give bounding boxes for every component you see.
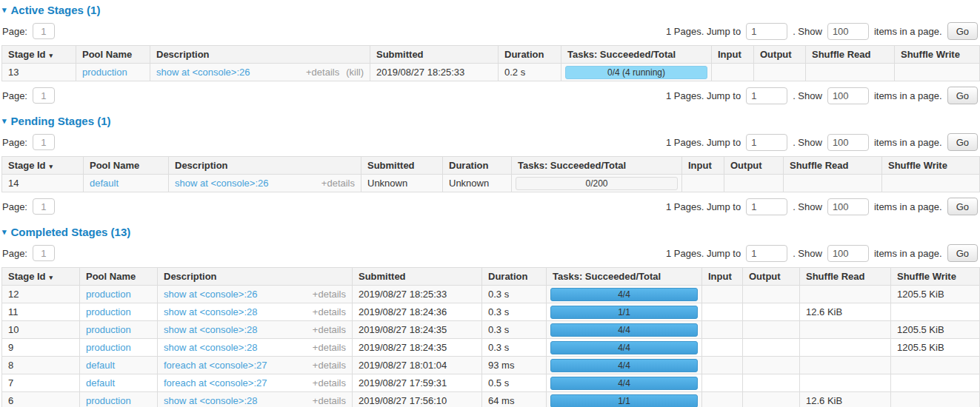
column-header-duration[interactable]: Duration <box>443 157 512 175</box>
column-header-submitted[interactable]: Submitted <box>353 268 482 286</box>
pagination-bar: Page:1 Pages. Jump to. Showitems in a pa… <box>1 198 979 215</box>
column-header-shuffle-write[interactable]: Shuffle Write <box>882 157 980 175</box>
description-wrap: show at <console>:26+details <box>164 289 346 300</box>
items-per-page-input[interactable] <box>827 134 869 151</box>
submitted-cell: Unknown <box>361 175 443 192</box>
column-header-shuffle-read[interactable]: Shuffle Read <box>800 268 891 286</box>
details-toggle[interactable]: +details <box>313 377 346 388</box>
table-row: 7defaultforeach at <console>:27+details2… <box>2 374 980 392</box>
page-number-input[interactable] <box>33 245 55 261</box>
page-number-input[interactable] <box>33 87 55 104</box>
column-header-pool-name[interactable]: Pool Name <box>84 157 169 175</box>
details-toggle[interactable]: +details <box>313 306 346 317</box>
column-header-tasks-succeeded-total[interactable]: Tasks: Succeeded/Total <box>561 46 712 64</box>
column-header-description[interactable]: Description <box>150 46 370 64</box>
jump-to-page-input[interactable] <box>746 87 787 104</box>
jump-to-page-input[interactable] <box>746 134 787 151</box>
column-header-input[interactable]: Input <box>682 157 724 175</box>
task-progress-bar: 1/1 <box>550 306 698 319</box>
details-toggle[interactable]: +details <box>306 67 339 78</box>
page-number-input[interactable] <box>33 134 55 150</box>
column-header-output[interactable]: Output <box>724 157 784 175</box>
column-header-duration[interactable]: Duration <box>499 46 561 64</box>
details-toggle[interactable]: +details <box>321 178 355 189</box>
pool-name-link[interactable]: production <box>86 289 131 300</box>
pool-name-link[interactable]: production <box>86 306 131 317</box>
page-number-input[interactable] <box>33 23 55 39</box>
pool-name-link[interactable]: default <box>86 360 115 371</box>
jump-to-page-input[interactable] <box>746 198 787 215</box>
stage-description-link[interactable]: show at <console>:28 <box>164 395 257 406</box>
show-label: . Show <box>793 90 822 101</box>
column-header-pool-name[interactable]: Pool Name <box>80 268 158 286</box>
stage-description-link[interactable]: show at <console>:26 <box>156 67 250 78</box>
column-header-submitted[interactable]: Submitted <box>370 46 499 64</box>
go-button[interactable]: Go <box>947 244 978 262</box>
column-header-output[interactable]: Output <box>743 268 800 286</box>
column-header-shuffle-write[interactable]: Shuffle Write <box>895 46 980 64</box>
pager-controls: 1 Pages. Jump to. Showitems in a page.Go <box>666 244 979 262</box>
go-button[interactable]: Go <box>947 198 978 215</box>
pool-name-link[interactable]: default <box>86 377 115 388</box>
stage-description-link[interactable]: show at <console>:28 <box>164 324 257 335</box>
stage-description-link[interactable]: show at <console>:26 <box>164 289 257 300</box>
items-per-page-input[interactable] <box>827 245 869 262</box>
column-header-pool-name[interactable]: Pool Name <box>76 46 150 64</box>
pool-name-link[interactable]: default <box>90 178 119 189</box>
column-header-tasks-succeeded-total[interactable]: Tasks: Succeeded/Total <box>512 157 682 175</box>
column-header-input[interactable]: Input <box>702 268 743 286</box>
pool-name-link[interactable]: production <box>86 342 131 353</box>
pool-name-link[interactable]: production <box>82 67 127 78</box>
pagination-bar: Page:1 Pages. Jump to. Showitems in a pa… <box>1 244 979 262</box>
stage-description-link[interactable]: show at <console>:26 <box>175 178 268 189</box>
column-header-shuffle-read[interactable]: Shuffle Read <box>806 46 895 64</box>
details-toggle[interactable]: +details <box>313 360 346 371</box>
input-cell <box>702 339 743 357</box>
go-button[interactable]: Go <box>947 87 978 104</box>
stage-description-link[interactable]: foreach at <console>:27 <box>164 377 267 388</box>
pool-name-link[interactable]: production <box>86 395 131 406</box>
column-header-submitted[interactable]: Submitted <box>361 157 443 175</box>
column-header-tasks-succeeded-total[interactable]: Tasks: Succeeded/Total <box>547 268 702 286</box>
items-per-page-input[interactable] <box>827 23 869 40</box>
details-toggle[interactable]: +details <box>313 289 346 300</box>
details-toggle[interactable]: +details <box>313 324 346 335</box>
section-toggle-active-stages[interactable]: ▾ Active Stages (1) <box>2 4 979 16</box>
section-toggle-pending-stages[interactable]: ▾ Pending Stages (1) <box>2 115 979 127</box>
column-header-label: Tasks: Succeeded/Total <box>518 160 626 171</box>
column-header-description[interactable]: Description <box>169 157 361 175</box>
column-header-output[interactable]: Output <box>754 46 806 64</box>
pool-name-link[interactable]: production <box>86 324 131 335</box>
tasks-cell: 0/4 (4 running) <box>561 64 712 81</box>
description-cell: show at <console>:28+details <box>158 339 353 357</box>
duration-cell: 0.3 s <box>482 339 547 357</box>
jump-to-page-input[interactable] <box>746 23 787 40</box>
items-suffix-text: items in a page. <box>874 90 942 101</box>
column-header-duration[interactable]: Duration <box>482 268 547 286</box>
go-button[interactable]: Go <box>947 133 978 151</box>
column-header-input[interactable]: Input <box>712 46 754 64</box>
column-header-description[interactable]: Description <box>158 268 353 286</box>
task-progress-bar: 0/200 <box>516 177 678 190</box>
items-per-page-input[interactable] <box>827 87 869 104</box>
stage-description-link[interactable]: show at <console>:28 <box>164 342 257 353</box>
sort-desc-icon: ▾ <box>50 163 53 170</box>
column-header-stage-id[interactable]: Stage Id▾ <box>2 46 76 64</box>
input-cell <box>702 357 743 374</box>
stage-description-link[interactable]: foreach at <console>:27 <box>164 360 267 371</box>
details-toggle[interactable]: +details <box>313 395 346 406</box>
kill-link[interactable]: (kill) <box>346 67 364 78</box>
pager-controls: 1 Pages. Jump to. Showitems in a page.Go <box>666 133 979 151</box>
column-header-stage-id[interactable]: Stage Id▾ <box>2 157 84 175</box>
column-header-shuffle-read[interactable]: Shuffle Read <box>784 157 882 175</box>
items-per-page-input[interactable] <box>827 198 869 215</box>
stage-id-cell: 7 <box>2 374 80 392</box>
details-toggle[interactable]: +details <box>313 342 346 353</box>
jump-to-page-input[interactable] <box>746 245 787 262</box>
section-toggle-completed-stages[interactable]: ▾ Completed Stages (13) <box>2 226 979 238</box>
column-header-shuffle-write[interactable]: Shuffle Write <box>891 268 980 286</box>
go-button[interactable]: Go <box>947 22 978 40</box>
page-number-input[interactable] <box>33 198 55 215</box>
column-header-stage-id[interactable]: Stage Id▾ <box>2 268 80 286</box>
stage-description-link[interactable]: show at <console>:28 <box>164 306 257 317</box>
